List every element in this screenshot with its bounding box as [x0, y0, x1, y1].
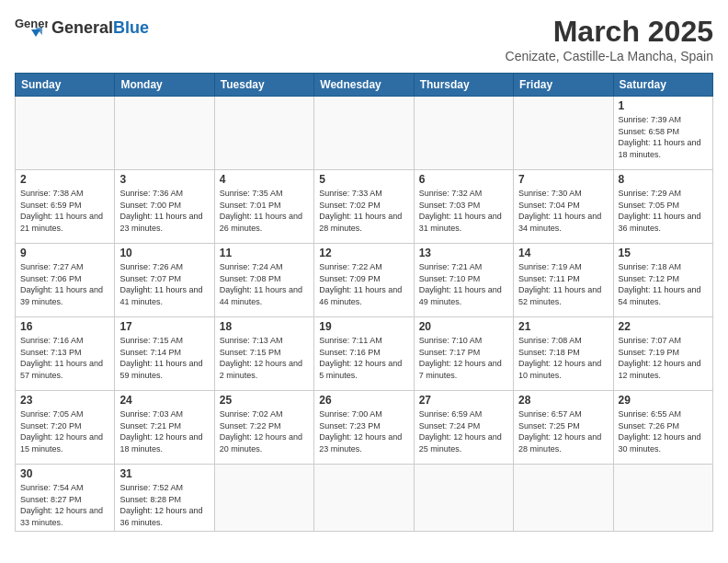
- day-info: Sunrise: 7:39 AM Sunset: 6:58 PM Dayligh…: [619, 114, 708, 160]
- day-number: 25: [220, 394, 309, 407]
- day-number: 6: [419, 173, 508, 186]
- day-info: Sunrise: 7:19 AM Sunset: 7:11 PM Dayligh…: [518, 261, 608, 307]
- table-row: 4Sunrise: 7:35 AM Sunset: 7:01 PM Daylig…: [214, 170, 313, 244]
- table-row: 23Sunrise: 7:05 AM Sunset: 7:20 PM Dayli…: [16, 391, 115, 465]
- day-number: 16: [20, 320, 109, 333]
- day-number: 28: [518, 394, 608, 407]
- table-row: 7Sunrise: 7:30 AM Sunset: 7:04 PM Daylig…: [514, 170, 613, 244]
- day-number: 21: [518, 320, 608, 333]
- day-number: 18: [220, 320, 309, 333]
- day-number: 2: [20, 173, 109, 186]
- header-monday: Monday: [115, 74, 214, 97]
- table-row: [214, 465, 313, 532]
- table-row: 1Sunrise: 7:39 AM Sunset: 6:58 PM Daylig…: [613, 97, 712, 170]
- day-number: 19: [319, 320, 408, 333]
- day-info: Sunrise: 7:38 AM Sunset: 6:59 PM Dayligh…: [20, 188, 109, 234]
- table-row: [314, 465, 414, 532]
- logo-text-blue: Blue: [113, 18, 149, 37]
- day-number: 27: [419, 394, 508, 407]
- month-title: March 2025: [506, 15, 713, 49]
- table-row: 3Sunrise: 7:36 AM Sunset: 7:00 PM Daylig…: [115, 170, 214, 244]
- day-info: Sunrise: 7:15 AM Sunset: 7:14 PM Dayligh…: [119, 335, 209, 381]
- day-info: Sunrise: 7:00 AM Sunset: 7:23 PM Dayligh…: [319, 408, 408, 454]
- day-info: Sunrise: 6:59 AM Sunset: 7:24 PM Dayligh…: [419, 408, 508, 454]
- table-row: 28Sunrise: 6:57 AM Sunset: 7:25 PM Dayli…: [514, 391, 613, 465]
- day-info: Sunrise: 7:30 AM Sunset: 7:04 PM Dayligh…: [518, 188, 608, 234]
- day-info: Sunrise: 7:54 AM Sunset: 8:27 PM Dayligh…: [20, 482, 109, 528]
- day-info: Sunrise: 7:03 AM Sunset: 7:21 PM Dayligh…: [119, 408, 209, 454]
- table-row: 24Sunrise: 7:03 AM Sunset: 7:21 PM Dayli…: [115, 391, 214, 465]
- day-number: 7: [518, 173, 608, 186]
- calendar-table: Sunday Monday Tuesday Wednesday Thursday…: [15, 73, 713, 532]
- day-number: 22: [619, 320, 708, 333]
- header-thursday: Thursday: [414, 74, 513, 97]
- header-wednesday: Wednesday: [314, 74, 414, 97]
- table-row: [314, 97, 414, 170]
- title-section: March 2025 Cenizate, Castille-La Mancha,…: [506, 15, 713, 63]
- day-info: Sunrise: 7:29 AM Sunset: 7:05 PM Dayligh…: [619, 188, 708, 234]
- day-number: 31: [119, 467, 209, 480]
- day-number: 30: [20, 467, 109, 480]
- day-number: 26: [319, 394, 408, 407]
- table-row: 11Sunrise: 7:24 AM Sunset: 7:08 PM Dayli…: [214, 244, 313, 317]
- table-row: [514, 465, 613, 532]
- day-number: 9: [20, 247, 109, 259]
- table-row: 8Sunrise: 7:29 AM Sunset: 7:05 PM Daylig…: [613, 170, 712, 244]
- day-info: Sunrise: 7:21 AM Sunset: 7:10 PM Dayligh…: [419, 261, 508, 307]
- svg-text:General: General: [15, 17, 48, 30]
- table-row: [414, 97, 513, 170]
- table-row: 14Sunrise: 7:19 AM Sunset: 7:11 PM Dayli…: [514, 244, 613, 317]
- table-row: 13Sunrise: 7:21 AM Sunset: 7:10 PM Dayli…: [414, 244, 513, 317]
- generalblue-logo-icon: General: [15, 15, 48, 40]
- day-info: Sunrise: 7:11 AM Sunset: 7:16 PM Dayligh…: [319, 335, 408, 381]
- day-info: Sunrise: 7:33 AM Sunset: 7:02 PM Dayligh…: [319, 188, 408, 234]
- day-number: 29: [619, 394, 708, 407]
- day-number: 4: [220, 173, 309, 186]
- table-row: 16Sunrise: 7:16 AM Sunset: 7:13 PM Dayli…: [16, 317, 115, 391]
- table-row: [613, 465, 712, 532]
- table-row: 17Sunrise: 7:15 AM Sunset: 7:14 PM Dayli…: [115, 317, 214, 391]
- day-number: 3: [119, 173, 209, 186]
- day-info: Sunrise: 7:07 AM Sunset: 7:19 PM Dayligh…: [619, 335, 708, 381]
- day-number: 23: [20, 394, 109, 407]
- table-row: 18Sunrise: 7:13 AM Sunset: 7:15 PM Dayli…: [214, 317, 313, 391]
- day-info: Sunrise: 7:13 AM Sunset: 7:15 PM Dayligh…: [220, 335, 309, 381]
- logo-text-general: General: [51, 18, 113, 37]
- day-info: Sunrise: 7:35 AM Sunset: 7:01 PM Dayligh…: [220, 188, 309, 234]
- table-row: 19Sunrise: 7:11 AM Sunset: 7:16 PM Dayli…: [314, 317, 414, 391]
- day-number: 17: [119, 320, 209, 333]
- day-number: 10: [119, 247, 209, 259]
- day-number: 14: [518, 247, 608, 259]
- header-tuesday: Tuesday: [214, 74, 313, 97]
- table-row: 5Sunrise: 7:33 AM Sunset: 7:02 PM Daylig…: [314, 170, 414, 244]
- table-row: 29Sunrise: 6:55 AM Sunset: 7:26 PM Dayli…: [613, 391, 712, 465]
- table-row: 27Sunrise: 6:59 AM Sunset: 7:24 PM Dayli…: [414, 391, 513, 465]
- table-row: 9Sunrise: 7:27 AM Sunset: 7:06 PM Daylig…: [16, 244, 115, 317]
- day-info: Sunrise: 7:22 AM Sunset: 7:09 PM Dayligh…: [319, 261, 408, 307]
- table-row: 21Sunrise: 7:08 AM Sunset: 7:18 PM Dayli…: [514, 317, 613, 391]
- day-info: Sunrise: 7:10 AM Sunset: 7:17 PM Dayligh…: [419, 335, 508, 381]
- day-info: Sunrise: 7:24 AM Sunset: 7:08 PM Dayligh…: [220, 261, 309, 307]
- table-row: [214, 97, 313, 170]
- table-row: 2Sunrise: 7:38 AM Sunset: 6:59 PM Daylig…: [16, 170, 115, 244]
- day-info: Sunrise: 7:36 AM Sunset: 7:00 PM Dayligh…: [119, 188, 209, 234]
- day-info: Sunrise: 7:27 AM Sunset: 7:06 PM Dayligh…: [20, 261, 109, 307]
- day-info: Sunrise: 7:32 AM Sunset: 7:03 PM Dayligh…: [419, 188, 508, 234]
- table-row: 26Sunrise: 7:00 AM Sunset: 7:23 PM Dayli…: [314, 391, 414, 465]
- table-row: 25Sunrise: 7:02 AM Sunset: 7:22 PM Dayli…: [214, 391, 313, 465]
- day-info: Sunrise: 7:08 AM Sunset: 7:18 PM Dayligh…: [518, 335, 608, 381]
- day-info: Sunrise: 7:02 AM Sunset: 7:22 PM Dayligh…: [220, 408, 309, 454]
- day-number: 20: [419, 320, 508, 333]
- day-info: Sunrise: 7:52 AM Sunset: 8:28 PM Dayligh…: [119, 482, 209, 528]
- header-saturday: Saturday: [613, 74, 712, 97]
- table-row: [514, 97, 613, 170]
- table-row: [115, 97, 214, 170]
- table-row: 22Sunrise: 7:07 AM Sunset: 7:19 PM Dayli…: [613, 317, 712, 391]
- table-row: 31Sunrise: 7:52 AM Sunset: 8:28 PM Dayli…: [115, 465, 214, 532]
- logo: General GeneralBlue: [15, 15, 149, 40]
- day-info: Sunrise: 6:57 AM Sunset: 7:25 PM Dayligh…: [518, 408, 608, 454]
- day-info: Sunrise: 7:16 AM Sunset: 7:13 PM Dayligh…: [20, 335, 109, 381]
- day-number: 11: [220, 247, 309, 259]
- day-number: 13: [419, 247, 508, 259]
- day-info: Sunrise: 7:05 AM Sunset: 7:20 PM Dayligh…: [20, 408, 109, 454]
